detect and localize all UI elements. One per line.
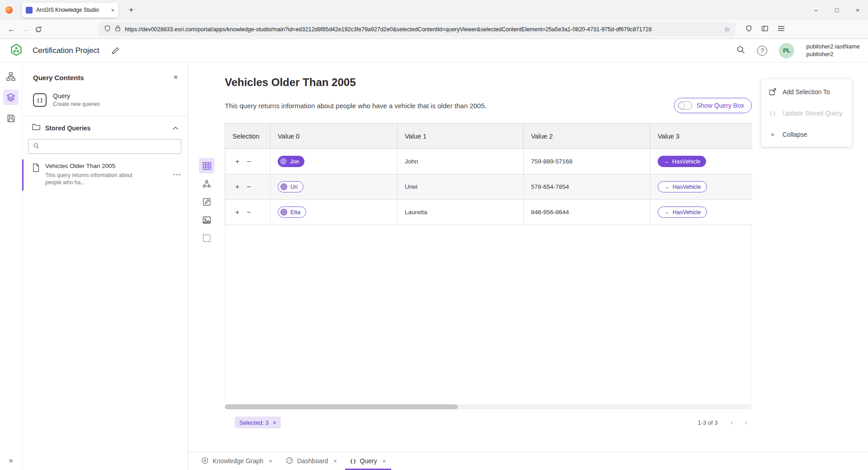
panel-close-icon[interactable]: × — [174, 73, 178, 82]
save-icon[interactable] — [3, 110, 19, 126]
show-query-box-label: Show Query Box — [697, 102, 744, 109]
dashboard-icon — [286, 457, 293, 465]
bookmark-star-icon[interactable]: ☆ — [724, 25, 730, 34]
main-area: Vehicles Older Than 2005 This query retu… — [188, 62, 868, 470]
app-header: Certification Project ? PL publisher2 la… — [0, 39, 868, 62]
show-query-box-toggle[interactable]: Show Query Box — [674, 98, 752, 113]
column-header: Selection — [225, 124, 270, 149]
table-cell: 578-654-7854 — [524, 174, 650, 200]
query-contents-panel: Query Contents × { } Query Create new qu… — [22, 62, 188, 470]
window-minimize-button[interactable]: – — [806, 0, 826, 20]
tab-close-icon[interactable]: × — [111, 7, 114, 14]
reload-button[interactable] — [32, 23, 45, 36]
new-tab-button[interactable]: + — [125, 4, 138, 16]
query-braces-icon: { } — [351, 458, 356, 464]
search-input[interactable] — [43, 143, 176, 150]
hamburger-menu-icon[interactable] — [778, 25, 785, 34]
table-cell: John — [398, 149, 524, 174]
add-to-selection-icon[interactable]: + — [235, 208, 239, 216]
data-model-icon[interactable] — [3, 69, 19, 84]
user-login: publisher2 — [806, 51, 833, 58]
remove-from-selection-icon[interactable]: − — [247, 183, 251, 191]
link-chart-view-icon[interactable] — [199, 176, 214, 192]
collapse-icon: » — [768, 131, 777, 138]
avatar[interactable]: PL — [779, 43, 794, 58]
remove-from-selection-icon[interactable]: − — [247, 208, 251, 216]
edit-title-button[interactable] — [109, 44, 122, 57]
close-tab-icon[interactable]: × — [383, 458, 386, 465]
new-query-item[interactable]: { } Query Create new queries — [22, 89, 188, 115]
new-query-subtitle: Create new queries — [53, 101, 100, 107]
pagination-range: 1-3 of 3 — [698, 419, 718, 426]
collapse-section-chevron-icon[interactable] — [172, 124, 179, 132]
arcgis-knowledge-logo — [10, 43, 23, 58]
menu-item-collapse[interactable]: » Collapse — [761, 124, 852, 145]
contents-layers-icon[interactable] — [3, 90, 19, 105]
close-tab-icon[interactable]: × — [333, 458, 337, 465]
user-name: publisher2 lastName — [806, 43, 860, 50]
window-close-button[interactable]: × — [847, 0, 868, 20]
add-to-selection-icon[interactable]: + — [235, 158, 239, 166]
menu-item-update-stored-query: { } Update Stored Query — [761, 102, 852, 124]
item-options-icon[interactable]: ··· — [173, 171, 181, 178]
column-header: Value 1 — [398, 124, 524, 149]
browser-nav-bar: ← → https://dev0028833.esri.com/portal/a… — [0, 20, 868, 39]
forward-button: → — [18, 23, 32, 36]
scrollbar-thumb[interactable] — [225, 404, 458, 409]
firefox-icon — [5, 6, 13, 14]
project-title: Certification Project — [33, 46, 99, 55]
column-header: Value 3 — [650, 124, 752, 149]
remove-from-selection-icon[interactable]: − — [247, 158, 251, 166]
stored-queries-title: Stored Queries — [45, 125, 167, 132]
relationship-pill[interactable]: →HasVehicle — [658, 181, 707, 192]
close-tab-icon[interactable]: × — [269, 458, 272, 465]
document-icon — [32, 163, 40, 174]
sidebar-toggle-icon[interactable] — [761, 25, 768, 34]
previous-page-icon: ‹ — [730, 418, 733, 427]
help-icon[interactable]: ? — [757, 46, 767, 56]
tab-knowledge-graph[interactable]: Knowledge Graph × — [194, 452, 279, 470]
entity-dot-icon — [280, 158, 287, 165]
relationship-pill[interactable]: →HasVehicle — [658, 156, 706, 167]
lock-icon[interactable] — [115, 25, 121, 34]
table-cell: 846-956-8644 — [524, 200, 650, 225]
entity-pill[interactable]: Joe — [278, 156, 304, 167]
url-text[interactable]: https://dev0028833.esri.com/portal/apps/… — [125, 26, 720, 33]
stored-query-item[interactable]: Vehicles Older Than 2005 This query retu… — [22, 159, 188, 191]
user-info[interactable]: publisher2 lastName publisher2 — [806, 43, 860, 58]
add-to-selection-icon[interactable]: + — [235, 183, 239, 191]
query-braces-icon: { } — [33, 93, 47, 107]
relationship-pill[interactable]: →HasVehicle — [658, 206, 707, 218]
expand-strip-icon[interactable]: » — [9, 456, 13, 465]
back-button[interactable]: ← — [5, 23, 18, 36]
edit-view-icon[interactable] — [199, 194, 214, 210]
tracking-shield-icon[interactable] — [104, 25, 111, 34]
results-table: Selection Value 0 Value 1 Value 2 Value … — [225, 123, 752, 428]
tab-dashboard[interactable]: Dashboard × — [279, 452, 344, 470]
url-bar[interactable]: https://dev0028833.esri.com/portal/apps/… — [99, 22, 735, 37]
entity-pill[interactable]: Etta — [278, 206, 306, 218]
menu-item-add-selection-to[interactable]: Add Selection To — [761, 81, 852, 102]
left-icon-strip: » — [0, 62, 22, 470]
toggle-switch[interactable] — [678, 101, 692, 110]
entity-pill[interactable]: Uri — [278, 181, 304, 192]
table-view-icon[interactable] — [199, 158, 214, 173]
map-view-icon[interactable] — [199, 212, 214, 228]
selection-box-icon[interactable] — [199, 230, 214, 246]
next-page-icon: › — [745, 418, 747, 427]
knowledge-graph-icon — [201, 457, 209, 465]
clear-selection-icon[interactable]: × — [273, 419, 276, 426]
window-maximize-button[interactable]: □ — [826, 0, 847, 20]
table-cell: Lauretta — [398, 200, 524, 225]
page-description: This query returns information about peo… — [225, 102, 674, 110]
stored-queries-search[interactable] — [28, 139, 181, 154]
privacy-shield-icon[interactable] — [745, 25, 752, 34]
relationship-arrow-icon: → — [664, 209, 669, 216]
stored-query-title: Vehicles Older Than 2005 — [45, 163, 141, 169]
selected-count-chip: Selected: 3 × — [235, 417, 281, 428]
folder-icon — [32, 124, 40, 132]
search-icon[interactable] — [736, 45, 745, 56]
browser-tab[interactable]: ArcGIS Knowledge Studio × — [22, 3, 119, 18]
table-empty-space — [225, 225, 752, 404]
tab-query[interactable]: { } Query × — [344, 452, 393, 470]
